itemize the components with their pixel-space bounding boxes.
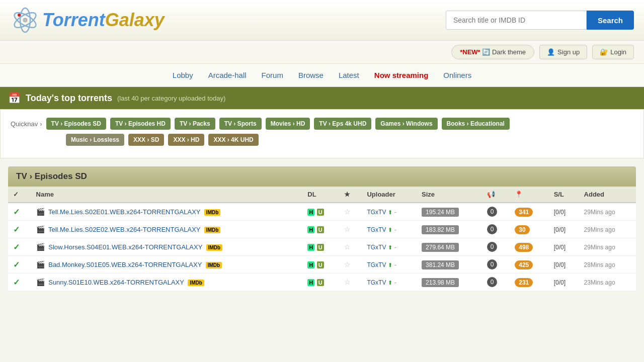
added-time: 29Mins ago — [584, 209, 615, 216]
comments-cell: 0 — [482, 274, 510, 291]
added-cell: 29Mins ago — [579, 203, 636, 221]
verified-check: ✓ — [8, 203, 31, 221]
seedleech-cell: [0/0] — [549, 221, 579, 238]
torrent-name-cell: 🎬 Tell.Me.Lies.S02E02.WEB.x264-TORRENTGA… — [31, 221, 303, 238]
star-icon[interactable]: ☆ — [344, 278, 351, 286]
imdb-badge[interactable]: IMDb — [206, 262, 222, 268]
logo-icon — [10, 5, 40, 35]
film-icon: 🎬 — [36, 243, 45, 251]
table-header: ✓ Name DL ★ Uploader Size 📢 📍 S/L Added — [8, 187, 636, 203]
uploader-link[interactable]: TGxTV — [367, 209, 386, 216]
torrent-name-cell: 🎬 Bad.Monkey.S01E05.WEB.x264-TORRENTGALA… — [31, 256, 303, 274]
star-cell: ☆ — [339, 221, 362, 238]
nav-arcade-hall[interactable]: Arcade-hall — [208, 71, 247, 79]
quicknav-games-windows[interactable]: Games › Windows — [375, 118, 437, 130]
comments-count: 0 — [487, 224, 497, 234]
torrent-link[interactable]: Tell.Me.Lies.S02E01.WEB.x264-TORRENTGALA… — [48, 208, 200, 216]
uploader-link[interactable]: TGxTV — [367, 261, 386, 268]
logo-galaxy: Galaxy — [105, 10, 165, 31]
uploader-link[interactable]: TGxTV — [367, 279, 386, 286]
seedleech-cell: [0/0] — [549, 203, 579, 221]
seedleech-cell: [0/0] — [549, 256, 579, 274]
location-count: 425 — [515, 260, 533, 269]
quicknav-tv-packs[interactable]: TV › Packs — [175, 118, 215, 130]
calendar-icon: 📅 — [8, 92, 21, 104]
imdb-badge[interactable]: IMDb — [188, 280, 204, 286]
comments-cell: 0 — [482, 256, 510, 274]
quicknav-movies-hd[interactable]: Movies › HD — [266, 118, 310, 130]
uploader-cell: TGxTV ⬆ - — [362, 203, 417, 221]
dl-cell: H U — [302, 221, 339, 238]
login-button[interactable]: 🔐 Login — [592, 45, 634, 59]
hulu-icon: H — [307, 279, 314, 286]
quicknav-tv-episodes-hd[interactable]: TV › Episodes HD — [110, 118, 171, 130]
uploader-link[interactable]: TGxTV — [367, 244, 386, 251]
imdb-badge[interactable]: IMDb — [204, 227, 220, 233]
nav-lobby[interactable]: Lobby — [173, 71, 193, 79]
quicknav-books-educational[interactable]: Books › Educational — [442, 118, 510, 130]
search-input[interactable] — [446, 11, 587, 30]
table-row: ✓ 🎬 Tell.Me.Lies.S02E02.WEB.x264-TORRENT… — [8, 221, 636, 238]
size-cell: 183.82 MB — [417, 221, 482, 238]
location-count: 30 — [515, 225, 529, 234]
location-count: 498 — [515, 243, 533, 252]
verified-check: ✓ — [8, 274, 31, 291]
section-subtitle: (last 40 per category uploaded today) — [117, 95, 225, 102]
comments-cell: 0 — [482, 203, 510, 221]
signup-button[interactable]: 👤 Sign up — [539, 45, 587, 59]
quicknav-row2: Music › Lossless XXX › SD XXX › HD XXX ›… — [11, 134, 633, 146]
nav-forum[interactable]: Forum — [262, 71, 283, 79]
up-arrow-icon: ⬆ — [388, 227, 392, 233]
quicknav-xxx-sd[interactable]: XXX › SD — [128, 134, 164, 146]
quicknav-tv-episodes-sd[interactable]: TV › Episodes SD — [46, 118, 106, 130]
quicknav-tv-eps-4k[interactable]: TV › Eps 4k UHD — [314, 118, 371, 130]
nav-now-streaming[interactable]: Now streaming — [374, 71, 429, 79]
star-cell: ☆ — [339, 238, 362, 256]
star-cell: ☆ — [339, 274, 362, 291]
comments-count: 0 — [487, 259, 497, 269]
header: TorrentGalaxy Search — [0, 0, 644, 41]
nav-latest[interactable]: Latest — [339, 71, 359, 79]
search-button[interactable]: Search — [587, 11, 634, 30]
torrent-name-cell: 🎬 Sunny.S01E10.WEB.x264-TORRENTGALAXY IM… — [31, 274, 303, 291]
dl-cell: H U — [302, 256, 339, 274]
uploader-link[interactable]: TGxTV — [367, 226, 386, 233]
table-row: ✓ 🎬 Tell.Me.Lies.S02E01.WEB.x264-TORRENT… — [8, 203, 636, 221]
up-arrow-icon: ⬆ — [388, 262, 392, 268]
up-icon: U — [317, 244, 324, 251]
imdb-badge[interactable]: IMDb — [206, 244, 222, 251]
torrent-link[interactable]: Bad.Monkey.S01E05.WEB.x264-TORRENTGALAXY — [48, 261, 202, 268]
up-arrow-icon: ⬆ — [388, 244, 392, 250]
quicknav-xxx-4k[interactable]: XXX › 4K UHD — [208, 134, 258, 146]
nav-onliners[interactable]: Onliners — [443, 71, 471, 79]
added-time: 23Mins ago — [584, 279, 615, 286]
torrent-link[interactable]: Sunny.S01E10.WEB.x264-TORRENTGALAXY — [48, 279, 184, 286]
quicknav-tv-sports[interactable]: TV › Sports — [219, 118, 262, 130]
quicknav-row1: Quicknav › TV › Episodes SD TV › Episode… — [11, 118, 633, 130]
svg-point-0 — [23, 18, 27, 22]
film-icon: 🎬 — [36, 208, 45, 216]
quicknav-xxx-hd[interactable]: XXX › HD — [168, 134, 204, 146]
comments-count: 0 — [487, 277, 497, 287]
dark-theme-button[interactable]: *NEW* 🔄 Dark theme — [451, 45, 534, 59]
torrent-link[interactable]: Slow.Horses.S04E01.WEB.x264-TORRENTGALAX… — [48, 243, 202, 251]
imdb-badge[interactable]: IMDb — [204, 209, 220, 216]
dl-cell: H U — [302, 274, 339, 291]
star-icon[interactable]: ☆ — [344, 208, 351, 216]
col-added: Added — [579, 187, 636, 203]
size-badge: 381.24 MB — [422, 260, 459, 269]
star-icon[interactable]: ☆ — [344, 243, 351, 251]
seedleech-cell: [0/0] — [549, 274, 579, 291]
added-time: 29Mins ago — [584, 244, 615, 251]
torrent-link[interactable]: Tell.Me.Lies.S02E02.WEB.x264-TORRENTGALA… — [48, 226, 200, 233]
film-icon: 🎬 — [36, 225, 45, 233]
location-cell: 231 — [510, 274, 548, 291]
nav-browse[interactable]: Browse — [298, 71, 324, 79]
quicknav-music-lossless[interactable]: Music › Lossless — [66, 134, 124, 146]
search-area: Search — [446, 11, 634, 30]
star-icon[interactable]: ☆ — [344, 225, 351, 233]
new-badge: *NEW* — [460, 48, 480, 56]
comments-count: 0 — [487, 207, 497, 217]
star-icon[interactable]: ☆ — [344, 260, 351, 268]
star-cell: ☆ — [339, 203, 362, 221]
